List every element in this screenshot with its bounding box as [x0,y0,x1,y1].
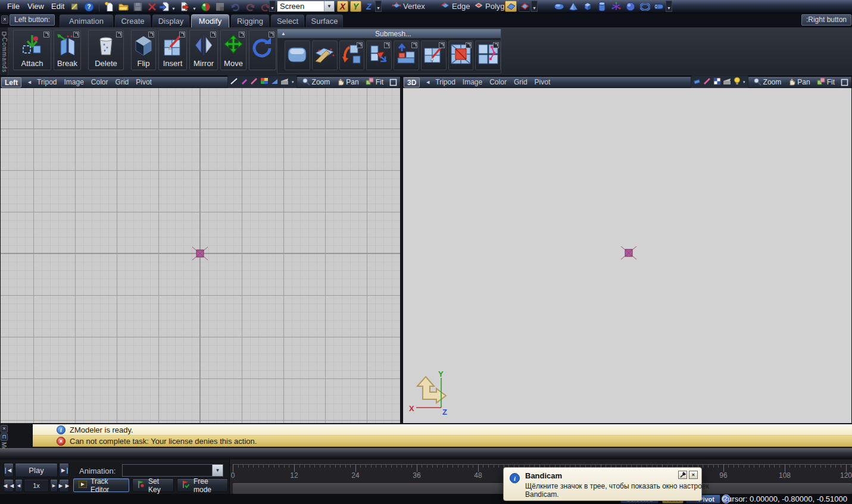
pivot-marker[interactable] [620,245,638,261]
fit-button[interactable]: Fit [815,77,837,87]
expand-corner-icon[interactable] [116,32,122,37]
select-marked-toggle[interactable] [519,1,530,12]
expand-corner-icon[interactable] [269,32,274,37]
raise-button[interactable] [394,40,419,70]
wire-icon[interactable] [230,77,238,87]
pivot-marker[interactable] [191,246,209,261]
expand-corner-icon[interactable] [411,42,417,48]
vp-menu-color[interactable]: Color [489,78,507,86]
delete-icon[interactable] [146,1,157,12]
vp-menu-pivot[interactable]: Pivot [136,78,152,86]
primitive-ellipse-icon[interactable] [553,1,565,12]
tab-surface[interactable]: Surface [306,14,343,27]
render-icon[interactable] [280,77,289,87]
expand-corner-icon[interactable] [73,32,79,37]
expand-corner-icon[interactable] [210,32,216,37]
render-icon[interactable] [723,77,732,87]
new-file-icon[interactable] [104,1,114,12]
tab-display[interactable]: Display [152,14,189,27]
primitive-sphere-icon[interactable] [625,1,636,12]
primitive-cylinder-icon[interactable] [596,1,608,12]
pin-icon[interactable]: ⊓ [1,433,8,441]
primitive-torus-icon[interactable] [639,1,651,12]
delete-button[interactable]: Delete [88,30,124,70]
detach-button[interactable] [339,40,365,70]
light-bulb-icon[interactable] [734,77,741,87]
vp-menu-image[interactable]: Image [463,78,482,86]
expand-corner-icon[interactable] [43,32,49,37]
smooth-button[interactable] [285,40,310,70]
export-dropdown-icon[interactable]: ▼ [191,1,198,12]
attach-button[interactable]: Attach [13,30,51,70]
close-icon[interactable]: × [1,425,8,433]
primitive-tube-icon[interactable] [653,1,665,12]
maximize-icon[interactable] [839,78,849,87]
chevron-down-icon[interactable]: ▼ [291,80,295,84]
pan-button[interactable]: Pan [786,77,812,87]
tab-rigging[interactable]: Rigging [231,14,269,27]
collapse-icon[interactable]: ▲ [277,31,286,36]
commands-panel-grip[interactable]: Commands [0,27,8,76]
notification-settings-icon[interactable] [678,471,687,479]
expand-corner-icon[interactable] [493,42,499,48]
pan-button[interactable]: Pan [335,77,360,87]
axis-z-button[interactable]: Z [363,1,374,12]
pin-icon[interactable] [1,29,7,35]
expand-corner-icon[interactable] [179,32,185,37]
vertex-mode-button[interactable]: Vertex [392,1,425,12]
tab-create[interactable]: Create [115,14,151,27]
arrow-left-icon[interactable]: ◄ [27,79,32,85]
screen-select[interactable]: Screen ▼ [277,1,335,12]
speed-up-button[interactable]: ► [50,479,58,492]
fast-forward-button[interactable]: ►► [59,479,69,492]
undo-icon[interactable] [230,1,241,12]
open-folder-icon[interactable] [118,1,129,12]
settings-icon[interactable] [69,1,80,12]
vp-menu-grid[interactable]: Grid [116,78,129,86]
expand-corner-icon[interactable] [239,32,245,37]
vp-menu-tripod[interactable]: Tripod [435,78,455,86]
weld-button[interactable] [475,40,501,70]
vp-menu-grid[interactable]: Grid [514,78,528,86]
menu-edit[interactable]: Edit [49,1,67,12]
break-button[interactable]: Break [54,30,81,70]
arrow-left-icon[interactable]: ◄ [425,79,430,85]
palette-icon[interactable] [260,77,269,87]
primitives-dropdown-icon[interactable]: ▼ [666,1,672,12]
expand-corner-icon[interactable] [384,42,390,48]
animation-select[interactable]: ▼ [122,464,223,477]
import-icon[interactable] [158,1,169,12]
material-sphere-icon[interactable] [200,1,211,12]
zoom-button[interactable]: Zoom [300,77,332,87]
perspective-viewport-name[interactable]: 3D [404,77,420,87]
primitive-dummy-icon[interactable] [610,1,622,12]
vp-menu-pivot[interactable]: Pivot [535,78,551,86]
edge-mode-button[interactable]: Edge [441,1,470,12]
tab-select[interactable]: Select [271,14,304,27]
perspective-viewport-canvas[interactable]: Y X Z [403,88,851,423]
zoom-button[interactable]: Zoom [751,77,784,87]
free-mode-button[interactable]: Free mode [177,478,228,492]
notification-close-icon[interactable]: × [689,471,698,479]
menu-file[interactable]: File [5,1,22,12]
expand-corner-icon[interactable] [439,42,445,48]
flip-button[interactable]: Flip [131,30,156,70]
track-editor-button[interactable]: Track Editor [73,478,129,492]
play-button[interactable]: Play [15,463,58,477]
save-icon[interactable] [132,1,143,12]
maximize-icon[interactable] [388,78,398,87]
texture-icon[interactable] [214,1,225,12]
expand-corner-icon[interactable] [466,42,472,48]
expand-corner-icon[interactable] [148,32,154,37]
vp-menu-tripod[interactable]: Tripod [37,78,57,86]
submesh-header[interactable]: ▲ Submesh... [277,29,501,38]
vp-menu-image[interactable]: Image [64,78,84,86]
move-button[interactable]: Move [220,30,246,70]
rewind-button[interactable]: ◄◄ [4,479,14,492]
tab-modify[interactable]: Modify [191,14,229,27]
set-key-button[interactable]: Set Key [132,478,174,492]
screen-select-dropdown-icon[interactable]: ▼ [324,1,334,11]
select-dropdown-icon[interactable]: ▼ [531,1,538,12]
tab-animation[interactable]: Animation [60,14,113,27]
left-viewport-canvas[interactable] [1,88,400,423]
